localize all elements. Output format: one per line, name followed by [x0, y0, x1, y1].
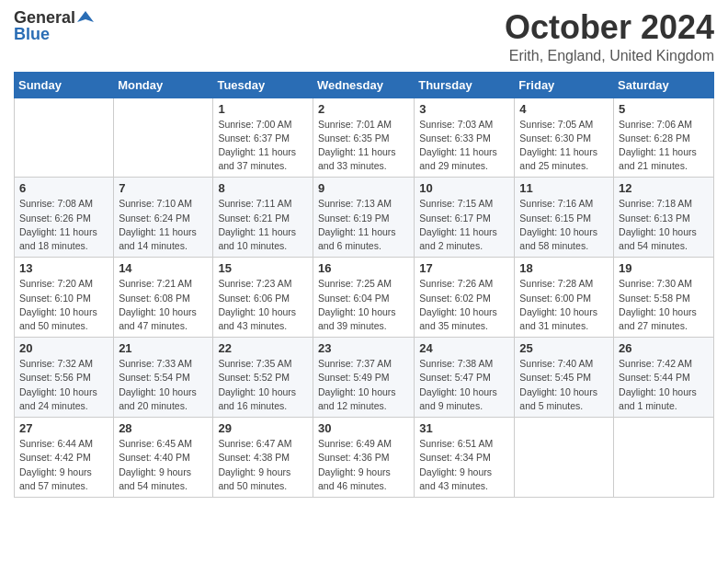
day-number: 15	[218, 261, 308, 275]
logo-general-text: General	[14, 9, 75, 26]
day-cell: 7Sunrise: 7:10 AM Sunset: 6:24 PM Daylig…	[114, 178, 213, 258]
week-row-4: 20Sunrise: 7:32 AM Sunset: 5:56 PM Dayli…	[15, 338, 714, 418]
day-cell: 4Sunrise: 7:05 AM Sunset: 6:30 PM Daylig…	[515, 98, 614, 178]
day-number: 21	[119, 341, 208, 355]
day-info: Sunrise: 7:18 AM Sunset: 6:13 PM Dayligh…	[619, 197, 709, 253]
day-cell: 26Sunrise: 7:42 AM Sunset: 5:44 PM Dayli…	[614, 338, 714, 418]
day-cell: 10Sunrise: 7:15 AM Sunset: 6:17 PM Dayli…	[415, 178, 515, 258]
day-info: Sunrise: 7:35 AM Sunset: 5:52 PM Dayligh…	[218, 357, 308, 413]
day-info: Sunrise: 7:16 AM Sunset: 6:15 PM Dayligh…	[519, 197, 609, 253]
day-cell: 2Sunrise: 7:01 AM Sunset: 6:35 PM Daylig…	[313, 98, 414, 178]
day-number: 7	[119, 181, 208, 195]
weekday-header-monday: Monday	[114, 72, 213, 98]
day-info: Sunrise: 7:00 AM Sunset: 6:37 PM Dayligh…	[218, 118, 308, 174]
day-info: Sunrise: 7:28 AM Sunset: 6:00 PM Dayligh…	[519, 277, 609, 333]
day-info: Sunrise: 7:01 AM Sunset: 6:35 PM Dayligh…	[318, 118, 409, 174]
day-cell: 3Sunrise: 7:03 AM Sunset: 6:33 PM Daylig…	[415, 98, 515, 178]
day-number: 10	[419, 181, 509, 195]
day-number: 26	[619, 341, 709, 355]
day-cell: 1Sunrise: 7:00 AM Sunset: 6:37 PM Daylig…	[213, 98, 313, 178]
day-cell: 21Sunrise: 7:33 AM Sunset: 5:54 PM Dayli…	[114, 338, 213, 418]
day-cell: 23Sunrise: 7:37 AM Sunset: 5:49 PM Dayli…	[313, 338, 414, 418]
day-info: Sunrise: 6:49 AM Sunset: 4:36 PM Dayligh…	[318, 437, 409, 493]
day-cell: 14Sunrise: 7:21 AM Sunset: 6:08 PM Dayli…	[114, 258, 213, 338]
day-info: Sunrise: 6:44 AM Sunset: 4:42 PM Dayligh…	[19, 437, 108, 493]
day-info: Sunrise: 7:32 AM Sunset: 5:56 PM Dayligh…	[19, 357, 108, 413]
day-cell: 28Sunrise: 6:45 AM Sunset: 4:40 PM Dayli…	[114, 418, 213, 498]
day-number: 20	[19, 341, 108, 355]
day-number: 16	[318, 261, 409, 275]
day-cell	[515, 418, 614, 498]
week-row-2: 6Sunrise: 7:08 AM Sunset: 6:26 PM Daylig…	[15, 178, 714, 258]
day-cell: 11Sunrise: 7:16 AM Sunset: 6:15 PM Dayli…	[515, 178, 614, 258]
day-number: 27	[19, 421, 108, 435]
day-info: Sunrise: 7:38 AM Sunset: 5:47 PM Dayligh…	[419, 357, 509, 413]
logo-blue-text: Blue	[14, 26, 50, 42]
day-cell: 30Sunrise: 6:49 AM Sunset: 4:36 PM Dayli…	[313, 418, 414, 498]
day-cell: 17Sunrise: 7:26 AM Sunset: 6:02 PM Dayli…	[415, 258, 515, 338]
day-number: 17	[419, 261, 509, 275]
day-cell: 15Sunrise: 7:23 AM Sunset: 6:06 PM Dayli…	[213, 258, 313, 338]
day-info: Sunrise: 7:20 AM Sunset: 6:10 PM Dayligh…	[19, 277, 108, 333]
day-number: 19	[619, 261, 709, 275]
day-number: 14	[119, 261, 208, 275]
day-info: Sunrise: 7:03 AM Sunset: 6:33 PM Dayligh…	[419, 118, 509, 174]
day-cell: 24Sunrise: 7:38 AM Sunset: 5:47 PM Dayli…	[415, 338, 515, 418]
day-cell: 20Sunrise: 7:32 AM Sunset: 5:56 PM Dayli…	[15, 338, 114, 418]
day-info: Sunrise: 7:11 AM Sunset: 6:21 PM Dayligh…	[218, 197, 308, 253]
day-number: 25	[519, 341, 609, 355]
day-number: 12	[619, 181, 709, 195]
day-info: Sunrise: 7:15 AM Sunset: 6:17 PM Dayligh…	[419, 197, 509, 253]
day-number: 18	[519, 261, 609, 275]
week-row-1: 1Sunrise: 7:00 AM Sunset: 6:37 PM Daylig…	[15, 98, 714, 178]
day-cell	[15, 98, 114, 178]
day-number: 24	[419, 341, 509, 355]
logo-bird-icon	[77, 9, 94, 26]
day-cell: 5Sunrise: 7:06 AM Sunset: 6:28 PM Daylig…	[614, 98, 714, 178]
day-info: Sunrise: 7:25 AM Sunset: 6:04 PM Dayligh…	[318, 277, 409, 333]
day-cell: 8Sunrise: 7:11 AM Sunset: 6:21 PM Daylig…	[213, 178, 313, 258]
day-number: 4	[519, 102, 609, 116]
day-number: 23	[318, 341, 409, 355]
day-number: 30	[318, 421, 409, 435]
weekday-header-row: SundayMondayTuesdayWednesdayThursdayFrid…	[15, 72, 714, 98]
weekday-header-sunday: Sunday	[15, 72, 114, 98]
day-cell: 12Sunrise: 7:18 AM Sunset: 6:13 PM Dayli…	[614, 178, 714, 258]
day-number: 5	[619, 102, 709, 116]
day-number: 31	[419, 421, 509, 435]
day-info: Sunrise: 7:06 AM Sunset: 6:28 PM Dayligh…	[619, 118, 709, 174]
day-cell	[614, 418, 714, 498]
day-cell: 9Sunrise: 7:13 AM Sunset: 6:19 PM Daylig…	[313, 178, 414, 258]
day-cell: 22Sunrise: 7:35 AM Sunset: 5:52 PM Dayli…	[213, 338, 313, 418]
day-number: 13	[19, 261, 108, 275]
day-number: 29	[218, 421, 308, 435]
day-info: Sunrise: 7:33 AM Sunset: 5:54 PM Dayligh…	[119, 357, 208, 413]
day-info: Sunrise: 7:21 AM Sunset: 6:08 PM Dayligh…	[119, 277, 208, 333]
logo: General Blue	[14, 9, 94, 42]
weekday-header-tuesday: Tuesday	[213, 72, 313, 98]
day-info: Sunrise: 7:08 AM Sunset: 6:26 PM Dayligh…	[19, 197, 108, 253]
location-title: Erith, England, United Kingdom	[505, 48, 714, 64]
day-cell: 19Sunrise: 7:30 AM Sunset: 5:58 PM Dayli…	[614, 258, 714, 338]
day-info: Sunrise: 6:51 AM Sunset: 4:34 PM Dayligh…	[419, 437, 509, 493]
week-row-3: 13Sunrise: 7:20 AM Sunset: 6:10 PM Dayli…	[15, 258, 714, 338]
day-cell	[114, 98, 213, 178]
day-info: Sunrise: 6:45 AM Sunset: 4:40 PM Dayligh…	[119, 437, 208, 493]
day-number: 8	[218, 181, 308, 195]
day-info: Sunrise: 6:47 AM Sunset: 4:38 PM Dayligh…	[218, 437, 308, 493]
day-number: 6	[19, 181, 108, 195]
day-info: Sunrise: 7:23 AM Sunset: 6:06 PM Dayligh…	[218, 277, 308, 333]
day-cell: 27Sunrise: 6:44 AM Sunset: 4:42 PM Dayli…	[15, 418, 114, 498]
day-cell: 16Sunrise: 7:25 AM Sunset: 6:04 PM Dayli…	[313, 258, 414, 338]
day-info: Sunrise: 7:05 AM Sunset: 6:30 PM Dayligh…	[519, 118, 609, 174]
day-number: 3	[419, 102, 509, 116]
day-cell: 29Sunrise: 6:47 AM Sunset: 4:38 PM Dayli…	[213, 418, 313, 498]
week-row-5: 27Sunrise: 6:44 AM Sunset: 4:42 PM Dayli…	[15, 418, 714, 498]
day-info: Sunrise: 7:26 AM Sunset: 6:02 PM Dayligh…	[419, 277, 509, 333]
weekday-header-friday: Friday	[515, 72, 614, 98]
page-header: General Blue October 2024 Erith, England…	[14, 9, 714, 64]
day-cell: 6Sunrise: 7:08 AM Sunset: 6:26 PM Daylig…	[15, 178, 114, 258]
weekday-header-thursday: Thursday	[415, 72, 515, 98]
day-info: Sunrise: 7:42 AM Sunset: 5:44 PM Dayligh…	[619, 357, 709, 413]
day-cell: 31Sunrise: 6:51 AM Sunset: 4:34 PM Dayli…	[415, 418, 515, 498]
